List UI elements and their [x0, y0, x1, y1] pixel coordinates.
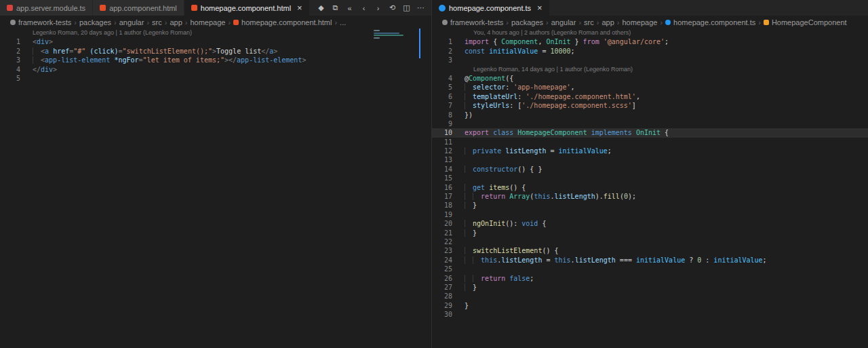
breadcrumb-label: app [601, 18, 614, 26]
code-line[interactable]: 24 this.listLength = this.listLength ===… [432, 256, 868, 265]
tab-homepage.component.html[interactable]: homepage.component.html× [184, 0, 310, 16]
gitlens-compare-icon[interactable]: ◆ [315, 1, 328, 14]
code-line[interactable]: 20 ngOnInit(): void { [432, 219, 868, 228]
code-line[interactable]: 3 [432, 56, 868, 64]
code-line[interactable]: 26 return false; [432, 274, 868, 283]
breadcrumb-item[interactable]: packages [511, 18, 543, 26]
line-number: 12 [432, 147, 452, 155]
breadcrumb-separator: › [545, 18, 550, 26]
line-number: 6 [432, 92, 452, 101]
line-number: 2 [432, 47, 452, 56]
line-number: 1 [0, 37, 20, 46]
code-line[interactable]: 27 } [432, 283, 868, 292]
line-number: 28 [432, 292, 452, 301]
breadcrumb-label: HomepageComponent [772, 18, 847, 26]
code-line[interactable]: 6 templateUrl: './homepage.component.htm… [432, 92, 868, 101]
file-history-icon[interactable]: ⟲ [386, 1, 399, 14]
code-line-text [452, 56, 465, 64]
breadcrumb-item[interactable]: framework-tests [10, 18, 71, 26]
code-line[interactable]: 17 return Array(this.listLength).fill(0)… [432, 192, 868, 201]
code-line[interactable]: 22 [432, 237, 868, 246]
code-line[interactable]: 19 [432, 210, 868, 219]
code-line[interactable]: 15 [432, 174, 868, 182]
breadcrumb-item[interactable]: homepage.component.ts [665, 18, 755, 26]
code-line[interactable]: 5 selector: 'app-homepage', [432, 83, 868, 92]
breadcrumb-item[interactable]: app [601, 18, 614, 26]
tab-app.server.module.ts[interactable]: app.server.module.ts [0, 0, 93, 16]
breadcrumb-item[interactable]: packages [79, 18, 111, 26]
blame-annotation[interactable]: You, 4 hours ago | 2 authors (Legenko Ro… [432, 28, 868, 37]
breadcrumb-label: src [584, 18, 594, 26]
tab-app.component.html[interactable]: app.component.html [93, 0, 184, 16]
line-number: 3 [0, 56, 20, 64]
code-line-text: <div> [20, 37, 53, 46]
breadcrumb-item[interactable]: app [170, 18, 182, 26]
breadcrumb-item[interactable]: HomepageComponent [764, 18, 847, 26]
breadcrumb-label: homepage.component.ts [673, 18, 755, 26]
right-editor[interactable]: You, 4 hours ago | 2 authors (Legenko Ro… [432, 28, 868, 348]
navigate-back-icon[interactable]: ‹ [357, 1, 370, 14]
html-file-icon [233, 20, 239, 25]
breadcrumb-item[interactable]: homepage [622, 18, 657, 26]
code-line[interactable]: 29} [432, 301, 868, 310]
code-line[interactable]: 30 [432, 310, 868, 319]
code-line[interactable]: 13 [432, 155, 868, 164]
code-line[interactable]: 12 private listLength = initialValue; [432, 147, 868, 155]
code-line[interactable]: 1import { Component, OnInit } from '@ang… [432, 37, 868, 46]
line-number: 10 [432, 128, 452, 137]
breadcrumb-separator: › [333, 18, 338, 26]
minimap[interactable] [374, 30, 417, 39]
code-line[interactable]: 21 } [432, 229, 868, 237]
code-line[interactable]: 7 styleUrls: ['./homepage.component.scss… [432, 101, 868, 110]
code-line[interactable]: 25 [432, 265, 868, 273]
more-actions-icon[interactable]: ⋯ [414, 1, 427, 14]
close-tab-icon[interactable]: × [537, 3, 542, 12]
breadcrumb-item[interactable]: src [152, 18, 162, 26]
code-line[interactable]: 14 constructor() { } [432, 165, 868, 174]
left-editor[interactable]: Legenko Roman, 20 days ago | 1 author (L… [0, 28, 431, 348]
code-line[interactable]: 16 get items() { [432, 183, 868, 192]
line-number: 5 [0, 74, 20, 83]
breadcrumb-item[interactable]: src [584, 18, 594, 26]
breadcrumb-item[interactable]: angular [551, 18, 576, 26]
open-changes-icon[interactable]: ⧉ [329, 1, 342, 14]
blame-annotation[interactable]: Legenko Roman, 14 days ago | 1 author (L… [432, 65, 868, 74]
breadcrumb-separator: › [145, 18, 151, 26]
editor-group-left: app.server.module.tsapp.component.htmlho… [0, 0, 431, 348]
code-line[interactable]: 3 <app-list-element *ngFor="let item of … [0, 56, 431, 64]
line-number: 5 [432, 83, 452, 92]
breadcrumb-item[interactable]: homepage [190, 18, 225, 26]
code-line[interactable]: 2 <a href="#" (click)="switchListElement… [0, 47, 431, 56]
code-line-text: } [452, 301, 469, 310]
breadcrumb-item[interactable]: angular [119, 18, 144, 26]
code-line[interactable]: 18 } [432, 201, 868, 210]
split-editor-icon[interactable]: ◫ [400, 1, 413, 14]
code-line[interactable]: 11 [432, 138, 868, 147]
code-line[interactable]: 1<div> [0, 37, 431, 46]
breadcrumb-label: homepage [622, 18, 657, 26]
breadcrumb-item[interactable]: ... [340, 18, 346, 26]
code-line-text: styleUrls: ['./homepage.component.scss'] [452, 101, 636, 110]
code-line-text: ngOnInit(): void { [452, 219, 546, 228]
breadcrumb-item[interactable]: homepage.component.html [233, 18, 332, 26]
editor-group-right: homepage.component.ts× framework-tests›p… [431, 0, 868, 348]
navigate-forward-icon[interactable]: › [372, 1, 384, 14]
code-line[interactable]: 23 switchListElement() { [432, 246, 868, 255]
code-line[interactable]: 2const initialValue = 10000; [432, 47, 868, 56]
code-line[interactable]: 4</div> [0, 65, 431, 74]
tab-homepage.component.ts[interactable]: homepage.component.ts× [432, 0, 550, 16]
line-number: 11 [432, 138, 452, 147]
code-line[interactable]: 5 [0, 74, 431, 83]
blame-annotation[interactable]: Legenko Roman, 20 days ago | 1 author (L… [0, 28, 431, 37]
code-line[interactable]: 4@Component({ [432, 74, 868, 83]
breadcrumb-item[interactable]: framework-tests [442, 18, 503, 26]
breadcrumb-label: framework-tests [18, 18, 71, 26]
code-line[interactable]: 10export class HomepageComponent impleme… [432, 128, 868, 137]
previous-change-icon[interactable]: « [343, 1, 356, 14]
close-tab-icon[interactable]: × [297, 3, 302, 12]
code-line[interactable]: 9 [432, 119, 868, 128]
code-line[interactable]: 28 [432, 292, 868, 301]
line-number: 24 [432, 256, 452, 265]
line-number: 4 [432, 74, 452, 83]
code-line[interactable]: 8}) [432, 111, 868, 119]
